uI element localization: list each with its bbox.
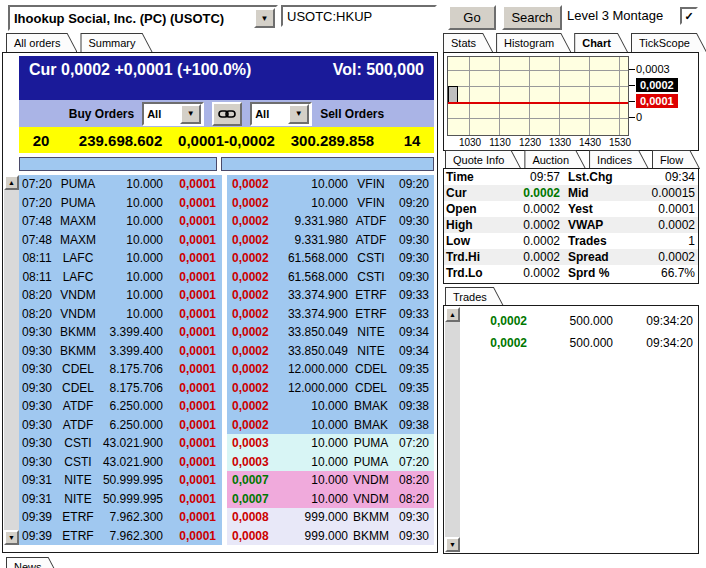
buy-order: 07:20PUMA10.0000,0001 [19, 194, 222, 213]
buy-column-header[interactable] [19, 157, 217, 171]
tab-tickscope[interactable]: TickScope [631, 33, 706, 52]
order-row[interactable]: 09:30CSTI43.021.9000,00010,000310.000PUM… [19, 453, 434, 472]
tab-quote-info[interactable]: Quote Info [445, 150, 521, 169]
quote-value: 09:57 [500, 170, 560, 184]
ask-price: 0,0002 [229, 132, 275, 149]
sell-time: 09:35 [394, 381, 434, 395]
current-price-change: Cur 0,0002 +0,0001 (+100.0%) [29, 61, 251, 100]
trade-price: 0,0002 [469, 314, 527, 328]
buy-size: 10.000 [101, 214, 163, 228]
quote-row: High0.0002VWAP0.0002 [444, 217, 698, 233]
tab-flow[interactable]: Flow [652, 150, 700, 169]
quote-row: Open0.0002Yest0.0001 [444, 201, 698, 217]
order-row[interactable]: 07:20PUMA10.0000,00010,000210.000VFIN09:… [19, 194, 434, 213]
order-row[interactable]: 09:30CDEL8.175.7060,00010,000212.000.000… [19, 379, 434, 398]
order-row[interactable]: 09:30BKMM3.399.4000,00010,000233.850.049… [19, 323, 434, 342]
bid-count: 20 [19, 132, 63, 149]
buy-order: 09:30CSTI43.021.9000,0001 [19, 434, 222, 453]
order-row[interactable]: 09:39ETRF7.962.3000,00010,0008999.000BKM… [19, 508, 434, 527]
sell-mmid: BMAK [348, 399, 394, 413]
search-button[interactable]: Search [502, 5, 562, 30]
sell-price: 0,0002 [227, 177, 286, 191]
trades-scrollbar[interactable]: ▲ ▼ [445, 307, 460, 552]
buy-mmid: ATDF [55, 418, 101, 432]
tab-trades[interactable]: Trades [445, 287, 504, 306]
order-row[interactable]: 09:30BKMM3.399.4000,00010,000233.850.049… [19, 342, 434, 361]
quote-label: Trd.Lo [444, 266, 500, 280]
buy-order: 09:39ETRF7.962.3000,0001 [19, 508, 222, 527]
tab-stats[interactable]: Stats [443, 33, 493, 52]
order-row[interactable]: 07:48MAXM10.0000,00010,00029.331.980ATDF… [19, 212, 434, 231]
sell-price: 0,0002 [227, 399, 286, 413]
dropdown-arrow-icon[interactable]: ▼ [180, 104, 201, 124]
buy-order: 07:48MAXM10.0000,0001 [19, 231, 222, 250]
ask-volume: 300.289.858 [275, 132, 390, 149]
order-row[interactable]: 09:30ATDF6.250.0000,00010,000210.000BMAK… [19, 416, 434, 435]
scroll-up-button[interactable]: ▲ [445, 307, 460, 322]
sell-price: 0,0002 [227, 381, 286, 395]
trade-row[interactable]: 0,0002500.00009:34:20 [461, 310, 698, 332]
tab-all-orders[interactable]: All orders [6, 33, 77, 52]
tab-summary[interactable]: Summary [80, 33, 152, 52]
quote-value: 0.0002 [500, 250, 560, 264]
quote-label: Low [444, 234, 500, 248]
trade-size: 500.000 [527, 314, 613, 328]
sell-time: 09:30 [394, 270, 434, 284]
order-row[interactable]: 07:48MAXM10.0000,00010,00029.331.980ATDF… [19, 231, 434, 250]
dropdown-arrow-icon[interactable]: ▼ [254, 8, 275, 28]
order-row[interactable]: 07:20PUMA10.0000,00010,000210.000VFIN09:… [19, 175, 434, 194]
tab-auction[interactable]: Auction [524, 150, 586, 169]
scroll-up-button[interactable]: ▲ [4, 175, 19, 190]
symbol-input[interactable] [281, 5, 437, 27]
buy-order: 09:30CSTI43.021.9000,0001 [19, 453, 222, 472]
buy-price: 0,0001 [163, 177, 222, 191]
sell-size: 33.850.049 [286, 325, 348, 339]
order-row[interactable]: 09:30CDEL8.175.7060,00010,000212.000.000… [19, 360, 434, 379]
sell-order: 0,000310.000PUMA07:20 [227, 434, 434, 453]
trade-row[interactable]: 0,0002500.00009:34:20 [461, 332, 698, 354]
order-row[interactable]: 09:30CSTI43.021.9000,00010,000310.000PUM… [19, 434, 434, 453]
sell-column-header[interactable] [221, 157, 434, 171]
sell-filter-select[interactable]: All ▼ [250, 102, 312, 126]
tab-news[interactable]: News [6, 557, 59, 568]
tab-indices[interactable]: Indices [589, 150, 649, 169]
dropdown-arrow-icon[interactable]: ▼ [288, 104, 309, 124]
tab-histogram[interactable]: Histogram [496, 33, 571, 52]
buy-size: 10.000 [101, 251, 163, 265]
order-row[interactable]: 09:39ETRF7.962.3000,00010,0008999.000BKM… [19, 527, 434, 546]
buy-time: 09:31 [19, 473, 55, 487]
order-row[interactable]: 08:11LAFC10.0000,00010,000261.568.000CST… [19, 249, 434, 268]
buy-time: 09:39 [19, 510, 55, 524]
scroll-down-button[interactable]: ▼ [4, 530, 19, 545]
buy-filter-select[interactable]: All ▼ [142, 102, 204, 126]
buy-size: 7.962.300 [101, 510, 163, 524]
sell-size: 12.000.000 [286, 362, 348, 376]
order-row[interactable]: 08:11LAFC10.0000,00010,000261.568.000CST… [19, 268, 434, 287]
buy-orders-label: Buy Orders [69, 107, 134, 121]
buy-order: 09:30ATDF6.250.0000,0001 [19, 416, 222, 435]
go-button[interactable]: Go [448, 5, 496, 30]
order-row[interactable]: 09:31NITE50.999.9950,00010,000710.000VND… [19, 471, 434, 490]
sell-size: 10.000 [286, 455, 348, 469]
scroll-down-button[interactable]: ▼ [445, 537, 460, 552]
level3-montage-checkbox[interactable]: ✓ [680, 7, 698, 25]
bid-ask-summary-row: 20 239.698.602 0,0001 - 0,0002 300.289.8… [19, 127, 434, 153]
buy-price: 0,0001 [163, 270, 222, 284]
sell-price: 0,0008 [227, 529, 286, 543]
link-filters-button[interactable] [212, 102, 242, 126]
order-row[interactable]: 08:20VNDM10.0000,00010,000233.374.900ETR… [19, 305, 434, 324]
tab-chart[interactable]: Chart [574, 33, 628, 52]
sell-time: 09:35 [394, 362, 434, 376]
sell-price: 0,0002 [227, 418, 286, 432]
sell-mmid: PUMA [348, 455, 394, 469]
order-row[interactable]: 09:30ATDF6.250.0000,00010,000210.000BMAK… [19, 397, 434, 416]
order-row[interactable]: 09:31NITE50.999.9950,00010,000710.000VND… [19, 490, 434, 509]
symbol-combobox[interactable]: Ihookup Social, Inc. (PC) (USOTC) ▼ [8, 5, 278, 31]
chart-volume-bar [448, 86, 458, 102]
orders-scrollbar[interactable]: ▲ ▼ [4, 175, 19, 545]
order-row[interactable]: 08:20VNDM10.0000,00010,000233.374.900ETR… [19, 286, 434, 305]
sell-mmid: VNDM [348, 492, 394, 506]
quote-value: 0.0002 [500, 186, 560, 200]
buy-mmid: MAXM [55, 214, 101, 228]
quote-value: 0.0002 [500, 234, 560, 248]
